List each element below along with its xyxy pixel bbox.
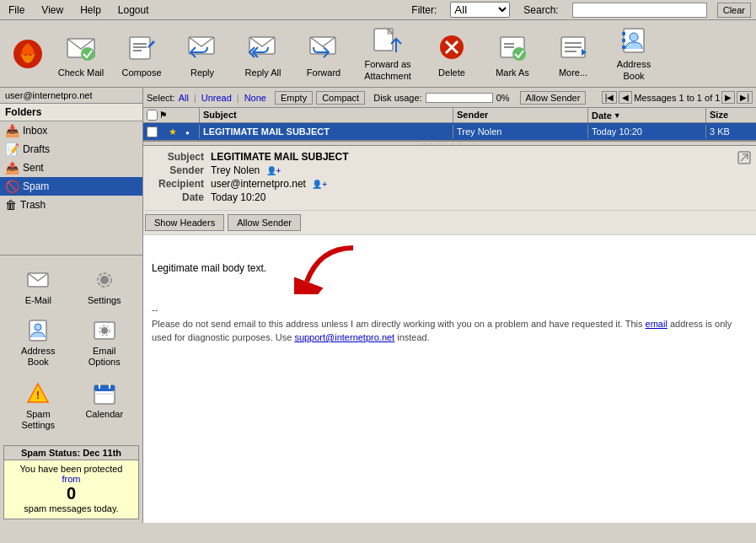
- sidebar-email-button[interactable]: E-Mail: [7, 262, 70, 309]
- sidebar-address-book-label: Address Book: [11, 346, 66, 368]
- sidebar-spam-settings-button[interactable]: ! Spam Settings: [7, 376, 70, 435]
- email-body-content: Legitimate mail body text.: [152, 262, 266, 274]
- forward-attachment-button[interactable]: Forward as Attachment: [356, 24, 420, 83]
- delete-label: Delete: [438, 67, 465, 78]
- select-none-link[interactable]: None: [244, 93, 266, 103]
- reply-icon: [185, 30, 219, 64]
- allow-sender-button[interactable]: Allow Sender: [520, 91, 587, 105]
- preview-expand-icon[interactable]: [737, 151, 751, 167]
- page-prev[interactable]: ◀: [619, 91, 632, 104]
- page-last[interactable]: ▶|: [737, 91, 753, 104]
- svg-line-45: [741, 154, 748, 161]
- folder-spam[interactable]: 🚫 Spam: [0, 177, 142, 196]
- email-row[interactable]: ★ ● LEGITIMATE MAIL SUBJECT Trey Nolen T…: [143, 123, 756, 140]
- star-icon[interactable]: ★: [169, 126, 177, 137]
- select-all-checkbox[interactable]: [147, 110, 158, 121]
- page-next[interactable]: ▶: [721, 91, 735, 104]
- messages-info: Messages 1 to 1 of 1: [634, 93, 720, 103]
- email-list-toolbar: Select: All | Unread | None Empty Compac…: [143, 88, 756, 108]
- spam-suffix: spam messages today.: [9, 503, 133, 513]
- delete-button[interactable]: Delete: [423, 24, 480, 83]
- subject-label: Subject: [152, 151, 211, 163]
- col-header-attachment: [185, 108, 199, 122]
- sender-contact-icon[interactable]: 👤+: [266, 166, 281, 175]
- menu-view[interactable]: View: [38, 3, 67, 18]
- show-headers-button[interactable]: Show Headers: [145, 214, 224, 231]
- address-book-button[interactable]: Address Book: [605, 24, 662, 83]
- preview-recipient-value: user@internetpro.net: [211, 178, 306, 190]
- empty-button[interactable]: Empty: [275, 91, 313, 105]
- preview-sender: Trey Nolen 👤+: [211, 164, 748, 176]
- compose-button[interactable]: Compose: [113, 24, 170, 83]
- email-preview: Subject LEGITIMATE MAIL SUBJECT Sender T…: [143, 146, 756, 523]
- compact-button[interactable]: Compact: [316, 91, 365, 105]
- col-header-date[interactable]: Date ▼: [587, 108, 705, 122]
- menubar: File View Help Logout Filter: All Unread…: [0, 0, 756, 20]
- footer-separator: --: [152, 303, 748, 317]
- sidebar-spam-settings-label: Spam Settings: [11, 409, 66, 431]
- forward-icon: [307, 30, 340, 64]
- preview-header: Subject LEGITIMATE MAIL SUBJECT Sender T…: [143, 146, 756, 211]
- svg-point-35: [101, 327, 108, 334]
- sidebar-settings-label: Settings: [88, 295, 121, 305]
- address-book-label: Address Book: [609, 59, 658, 81]
- page-first[interactable]: |◀: [602, 91, 618, 104]
- col-header-subject[interactable]: Subject: [199, 108, 453, 122]
- preview-sender-value: Trey Nolen: [211, 164, 260, 176]
- select-label: Select:: [147, 93, 175, 103]
- email-checkbox[interactable]: [147, 126, 158, 137]
- email-link[interactable]: email: [646, 319, 668, 329]
- mark-as-button[interactable]: Mark As: [484, 24, 541, 83]
- reply-all-button[interactable]: Reply All: [234, 24, 292, 83]
- col-header-sender[interactable]: Sender: [453, 108, 587, 122]
- check-mail-label: Check Mail: [58, 67, 104, 78]
- sidebar: user@internetpro.net Folders 📥 Inbox 📝 D…: [0, 88, 143, 523]
- menu-help[interactable]: Help: [77, 3, 105, 18]
- toolbar: Check Mail Compose Reply: [0, 20, 756, 88]
- sidebar-calendar-button[interactable]: Calendar: [73, 376, 137, 435]
- email-sender[interactable]: Trey Nolen: [453, 125, 587, 138]
- sent-icon: 📤: [5, 161, 19, 175]
- recipient-contact-icon[interactable]: 👤+: [312, 180, 327, 189]
- svg-rect-40: [94, 385, 115, 391]
- forward-button[interactable]: Forward: [295, 24, 352, 83]
- svg-point-33: [35, 324, 41, 331]
- select-unread-link[interactable]: Unread: [201, 93, 232, 103]
- check-mail-button[interactable]: Check Mail: [52, 24, 110, 83]
- svg-point-25: [630, 33, 638, 41]
- more-button[interactable]: More...: [544, 24, 602, 83]
- sidebar-settings-button[interactable]: Settings: [73, 262, 137, 309]
- inbox-icon: 📥: [5, 124, 19, 137]
- svg-point-30: [100, 276, 109, 284]
- reply-button[interactable]: Reply: [174, 24, 231, 83]
- email-subject[interactable]: LEGITIMATE MAIL SUBJECT: [199, 125, 453, 138]
- folder-trash[interactable]: 🗑 Trash: [0, 196, 142, 214]
- menu-file[interactable]: File: [5, 3, 28, 18]
- disk-progress-bar: [426, 93, 493, 103]
- select-all-link[interactable]: All: [179, 93, 189, 103]
- folder-sent-label: Sent: [23, 162, 44, 174]
- preview-subject: LEGITIMATE MAIL SUBJECT: [211, 151, 748, 163]
- filter-select[interactable]: All Unread Flagged: [450, 2, 510, 18]
- forward-attachment-icon: [371, 25, 405, 56]
- folder-sent[interactable]: 📤 Sent: [0, 159, 142, 177]
- folder-inbox[interactable]: 📥 Inbox: [0, 121, 142, 140]
- drafts-icon: 📝: [5, 142, 19, 156]
- col-header-flag: ⚑: [159, 110, 167, 120]
- email-star-cell[interactable]: ★: [169, 126, 185, 137]
- folder-drafts[interactable]: 📝 Drafts: [0, 140, 142, 159]
- support-link[interactable]: support@internetpro.net: [294, 332, 394, 342]
- pagination-nav: |◀ ◀ Messages 1 to 1 of 1 ▶ ▶|: [602, 91, 753, 104]
- sidebar-email-options-button[interactable]: Email Options: [73, 313, 137, 372]
- svg-rect-26: [622, 32, 625, 35]
- sidebar-address-book-button[interactable]: Address Book: [7, 313, 70, 372]
- email-checkbox-cell: [143, 125, 169, 139]
- search-input[interactable]: [572, 3, 707, 18]
- preview-allow-sender-button[interactable]: Allow Sender: [228, 214, 301, 231]
- content-area: Select: All | Unread | None Empty Compac…: [143, 88, 756, 523]
- menu-logout[interactable]: Logout: [115, 3, 153, 18]
- clear-button[interactable]: Clear: [717, 3, 751, 18]
- spam-count: 0: [9, 484, 133, 503]
- spam-protected-text: You have been protected: [9, 464, 133, 474]
- sidebar-icons: E-Mail Settings: [0, 255, 142, 442]
